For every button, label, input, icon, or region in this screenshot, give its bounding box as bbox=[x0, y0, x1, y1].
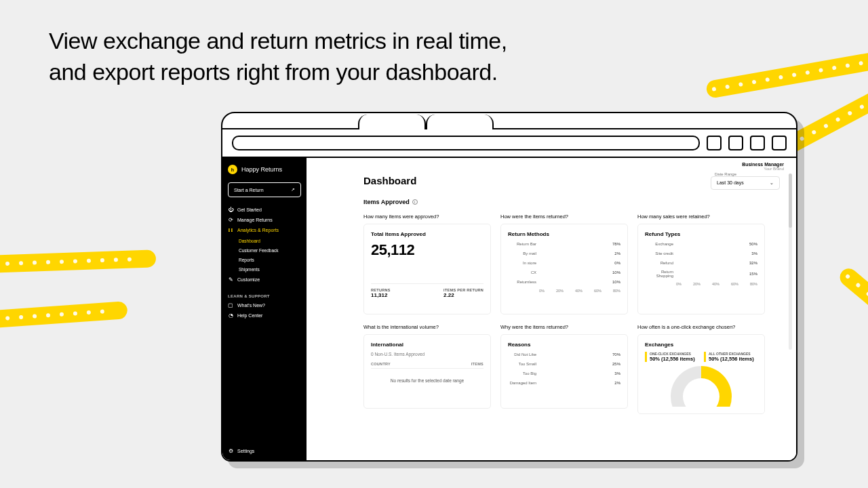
bar-row: By mail2% bbox=[508, 251, 620, 256]
info-icon[interactable]: i bbox=[412, 199, 418, 205]
page-title: Dashboard bbox=[363, 175, 770, 186]
address-bar[interactable] bbox=[232, 136, 700, 150]
bar-label: Damaged Item bbox=[508, 381, 536, 385]
nav-settings[interactable]: ⚙ Settings bbox=[228, 441, 301, 453]
exchanges-donut-chart bbox=[671, 366, 732, 407]
axis-tick: 40% bbox=[575, 289, 583, 293]
subnav-customer-feedback[interactable]: Customer Feedback bbox=[239, 248, 301, 253]
nav-label: Settings bbox=[237, 449, 254, 453]
q2: How were the items returned? bbox=[500, 214, 628, 220]
nav-label: Reports bbox=[239, 258, 254, 262]
doc-icon: ▢ bbox=[228, 302, 233, 308]
browser-tab[interactable] bbox=[426, 115, 494, 129]
browser-button[interactable] bbox=[772, 136, 787, 150]
scrollbar-thumb[interactable] bbox=[789, 174, 792, 228]
card-col: How were the items returned? Return Meth… bbox=[500, 214, 628, 314]
browser-tabs bbox=[222, 113, 796, 128]
axis-tick: 80% bbox=[613, 289, 620, 293]
nav-analytics-reports[interactable]: ⫾⫾ Analytics & Reports bbox=[228, 227, 301, 232]
card-title: Total Items Approved bbox=[371, 231, 484, 237]
sidebar: h Happy Returns Start a Return ↗ ⏻ Get S… bbox=[222, 158, 307, 460]
subnav-reports[interactable]: Reports bbox=[239, 258, 301, 262]
scrollbar[interactable] bbox=[789, 174, 792, 350]
chart-icon: ⫾⫾ bbox=[228, 227, 233, 232]
brand: h Happy Returns bbox=[228, 165, 301, 174]
bar-value: 2% bbox=[614, 251, 620, 256]
power-icon: ⏻ bbox=[228, 207, 233, 212]
q5: Why were the items returned? bbox=[500, 324, 628, 330]
return-methods-card: Return Methods Return Bar78%By mail2%In … bbox=[500, 224, 628, 314]
bar-row: Returnless10% bbox=[508, 279, 620, 285]
nav-label: Help Center bbox=[237, 313, 262, 318]
external-icon: ↗ bbox=[291, 187, 295, 192]
axis-tick: 40% bbox=[712, 282, 719, 286]
refund-types-chart: Exchange50%Site credit3%Refund32%Return … bbox=[645, 241, 757, 278]
bar-row: Return Shopping15% bbox=[645, 270, 757, 278]
date-range-select[interactable]: Last 30 days ⌄ bbox=[711, 176, 780, 190]
international-card: International 0 Non-U.S. Items Approved … bbox=[363, 334, 491, 409]
browser-button[interactable] bbox=[707, 136, 722, 150]
bar-value: 32% bbox=[749, 261, 757, 265]
intl-col-country: COUNTRY bbox=[371, 362, 391, 366]
axis-tick: 0% bbox=[676, 282, 682, 286]
start-return-button[interactable]: Start a Return ↗ bbox=[228, 182, 301, 197]
business-manager-label: Business Manager bbox=[307, 162, 784, 167]
bar-row: Damaged Item2% bbox=[508, 380, 620, 386]
intl-subtitle: 0 Non-U.S. Items Approved bbox=[371, 352, 484, 357]
card-title: Refund Types bbox=[645, 231, 757, 237]
card-title: International bbox=[371, 342, 484, 348]
cards-row-2: What is the international volume? Intern… bbox=[363, 324, 770, 414]
nav-label: Shipments bbox=[239, 267, 260, 272]
refund-types-card: Refund Types Exchange50%Site credit3%Ref… bbox=[637, 224, 765, 314]
learn-nav: ▢ What's New? ◔ Help Center bbox=[228, 302, 301, 318]
bar-label: By mail bbox=[508, 251, 536, 256]
date-range-wrap: Date Range Last 30 days ⌄ bbox=[711, 172, 780, 190]
nav-subnav: Dashboard Customer Feedback Reports Ship… bbox=[228, 239, 301, 272]
cards-row-1: How many items were approved? Total Item… bbox=[363, 214, 770, 314]
q6: How often is a one-click exchange chosen… bbox=[637, 324, 765, 330]
topbar: Business Manager Your Brand bbox=[307, 158, 796, 171]
card-col: How many sales were retained? Refund Typ… bbox=[637, 214, 765, 314]
primary-nav: ⏻ Get Started ⟳ Manage Returns ⫾⫾ Analyt… bbox=[228, 207, 301, 282]
content: Dashboard Date Range Last 30 days ⌄ Item… bbox=[307, 171, 796, 421]
bar-row: Too Small25% bbox=[508, 361, 620, 367]
card-col: What is the international volume? Intern… bbox=[363, 324, 491, 414]
bar-label: Exchange bbox=[645, 242, 673, 246]
brand-logo-icon: h bbox=[228, 165, 237, 174]
axis-tick: 20% bbox=[556, 289, 564, 293]
bar-value: 25% bbox=[612, 362, 620, 366]
nav-help-center[interactable]: ◔ Help Center bbox=[228, 312, 301, 318]
nav-label: Manage Returns bbox=[237, 218, 273, 222]
subnav-dashboard[interactable]: Dashboard bbox=[239, 239, 301, 243]
card-col: Why were the items returned? Reasons Did… bbox=[500, 324, 628, 414]
browser-button[interactable] bbox=[750, 136, 765, 150]
nav-customize[interactable]: ✎ Customize bbox=[228, 277, 301, 282]
reasons-chart: Did Not Like70%Too Small25%Too Big3%Dama… bbox=[508, 352, 620, 386]
bar-row: Exchange50% bbox=[645, 241, 757, 247]
axis-tick: 60% bbox=[731, 282, 738, 286]
gear-icon: ⚙ bbox=[228, 448, 233, 453]
subnav-shipments[interactable]: Shipments bbox=[239, 267, 301, 272]
marketing-headline: View exchange and return metrics in real… bbox=[49, 26, 507, 88]
bar-row: Refund32% bbox=[645, 260, 757, 266]
nav-whats-new[interactable]: ▢ What's New? bbox=[228, 302, 301, 308]
browser-toolbar bbox=[222, 128, 796, 158]
bar-label: Return Bar bbox=[508, 242, 536, 246]
bar-row: Return Bar78% bbox=[508, 241, 620, 247]
brand-name: Happy Returns bbox=[241, 166, 282, 173]
nav-label: Dashboard bbox=[239, 239, 260, 243]
bar-label: Too Big bbox=[508, 371, 536, 375]
chart-axis: 0%20%40%60%80% bbox=[645, 282, 757, 286]
bar-label: Did Not Like bbox=[508, 352, 536, 357]
bar-row: Did Not Like70% bbox=[508, 352, 620, 357]
card-title: Return Methods bbox=[508, 231, 620, 237]
nav-get-started[interactable]: ⏻ Get Started bbox=[228, 207, 301, 212]
card-title: Reasons bbox=[508, 342, 620, 348]
browser-button[interactable] bbox=[728, 136, 743, 150]
nav-label: Customer Feedback bbox=[239, 248, 279, 253]
pencil-icon: ✎ bbox=[228, 277, 233, 282]
nav-manage-returns[interactable]: ⟳ Manage Returns bbox=[228, 217, 301, 222]
total-items-card: Total Items Approved 25,112 RETURNS 11,3… bbox=[363, 224, 491, 314]
browser-tab[interactable] bbox=[358, 115, 426, 129]
one-click-value: 50% (12,556 items) bbox=[650, 356, 698, 362]
